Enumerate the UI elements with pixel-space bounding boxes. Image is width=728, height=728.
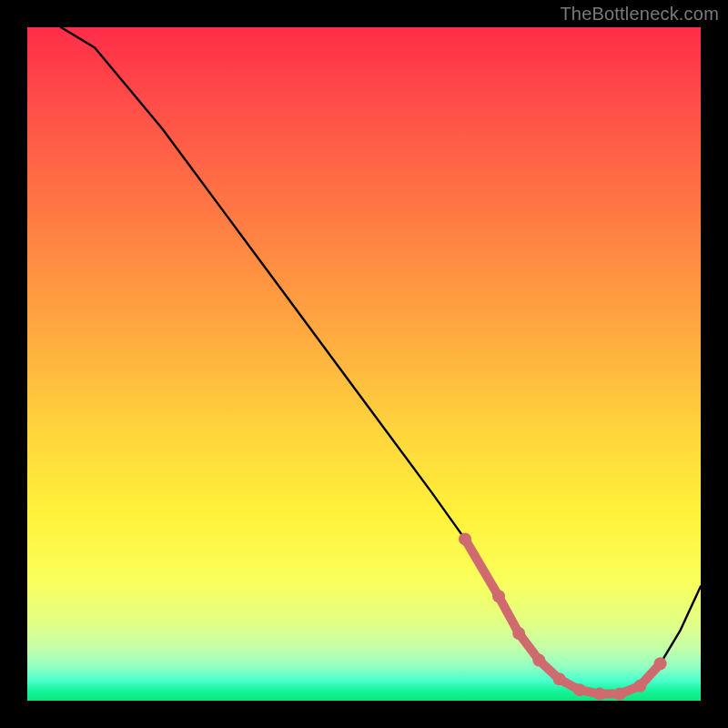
svg-point-4 [553,672,566,685]
svg-point-9 [654,657,667,670]
svg-point-2 [512,627,525,640]
watermark-text: TheBottleneck.com [560,4,719,25]
svg-point-0 [459,532,471,545]
svg-point-8 [633,680,646,693]
chart-frame: TheBottleneck.com [0,0,728,728]
highlight-segment [459,532,667,700]
svg-point-1 [492,590,505,602]
chart-svg [27,27,701,701]
curve-line [61,27,701,694]
svg-point-6 [593,688,606,701]
svg-point-5 [573,683,586,696]
svg-point-3 [532,654,545,667]
svg-point-7 [613,688,626,701]
